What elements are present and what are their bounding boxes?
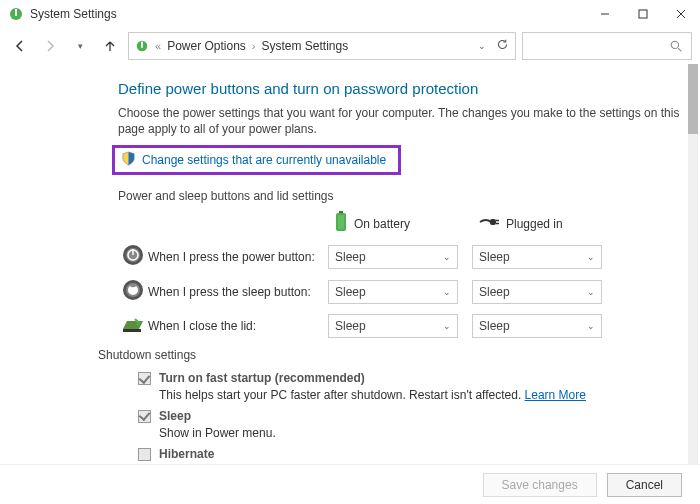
col-plugged-label: Plugged in	[506, 217, 563, 231]
page-subtext: Choose the power settings that you want …	[118, 105, 680, 137]
navbar: ▾ « Power Options › System Settings ⌄	[0, 28, 700, 64]
chevron-down-icon: ⌄	[443, 287, 451, 297]
breadcrumb-chevron-icon: ›	[252, 40, 256, 52]
shield-icon	[121, 151, 136, 169]
lid-icon	[121, 315, 145, 338]
titlebar: System Settings	[0, 0, 700, 28]
breadcrumb-level2[interactable]: System Settings	[262, 39, 349, 53]
breadcrumb-level1[interactable]: Power Options	[167, 39, 246, 53]
row-close-lid: When I close the lid: Sleep⌄ Sleep⌄	[118, 314, 680, 338]
power-button-plugged-select[interactable]: Sleep⌄	[472, 245, 602, 269]
back-button[interactable]	[8, 34, 32, 58]
sleep-button-plugged-select[interactable]: Sleep⌄	[472, 280, 602, 304]
svg-rect-13	[490, 219, 496, 225]
search-input[interactable]	[522, 32, 692, 60]
row-sleep-button: When I press the sleep button: Sleep⌄ Sl…	[118, 279, 680, 304]
fast-startup-desc: This helps start your PC faster after sh…	[159, 388, 525, 402]
svg-rect-1	[15, 9, 17, 16]
section-power-sleep-label: Power and sleep buttons and lid settings	[118, 189, 680, 203]
chevron-down-icon: ⌄	[443, 321, 451, 331]
shutdown-settings: Turn on fast startup (recommended) This …	[118, 370, 680, 479]
fast-startup-checkbox[interactable]	[138, 372, 151, 385]
forward-button[interactable]	[38, 34, 62, 58]
svg-rect-12	[338, 215, 344, 229]
change-settings-link[interactable]: Change settings that are currently unava…	[142, 153, 386, 167]
chevron-down-icon: ⌄	[587, 321, 595, 331]
up-button[interactable]	[98, 34, 122, 58]
page-title: Define power buttons and turn on passwor…	[118, 80, 680, 97]
sleep-button-battery-select[interactable]: Sleep⌄	[328, 280, 458, 304]
footer: Save changes Cancel	[0, 464, 700, 504]
breadcrumb-chevron-icon: «	[155, 40, 161, 52]
sleep-label: Sleep	[159, 409, 191, 423]
sleep-checkbox[interactable]	[138, 410, 151, 423]
svg-rect-7	[141, 42, 143, 48]
window-controls	[586, 0, 700, 28]
window-title: System Settings	[30, 7, 117, 21]
svg-rect-3	[639, 10, 647, 18]
shutdown-item-sleep: Sleep Show in Power menu.	[118, 408, 680, 442]
row-label: When I close the lid:	[148, 319, 328, 333]
plug-icon	[478, 215, 500, 232]
refresh-icon[interactable]	[496, 38, 509, 54]
battery-icon	[334, 211, 348, 236]
chevron-down-icon: ⌄	[587, 252, 595, 262]
close-button[interactable]	[662, 0, 700, 28]
change-settings-highlight: Change settings that are currently unava…	[112, 145, 401, 175]
power-button-icon	[122, 244, 144, 269]
section-shutdown-label: Shutdown settings	[98, 348, 680, 362]
sleep-button-icon	[122, 279, 144, 304]
row-label: When I press the power button:	[148, 250, 328, 264]
lid-plugged-select[interactable]: Sleep⌄	[472, 314, 602, 338]
scrollbar-thumb[interactable]	[688, 64, 698, 134]
sleep-desc: Show in Power menu.	[159, 426, 276, 440]
cancel-button[interactable]: Cancel	[607, 473, 682, 497]
address-icon	[135, 39, 149, 53]
learn-more-link[interactable]: Learn More	[525, 388, 586, 402]
lid-battery-select[interactable]: Sleep⌄	[328, 314, 458, 338]
fast-startup-label: Turn on fast startup (recommended)	[159, 371, 365, 385]
hibernate-checkbox[interactable]	[138, 448, 151, 461]
svg-line-9	[678, 48, 681, 51]
row-label: When I press the sleep button:	[148, 285, 328, 299]
col-battery-label: On battery	[354, 217, 410, 231]
search-icon	[670, 40, 683, 53]
content: Define power buttons and turn on passwor…	[0, 64, 700, 479]
maximize-button[interactable]	[624, 0, 662, 28]
address-bar[interactable]: « Power Options › System Settings ⌄	[128, 32, 516, 60]
shutdown-item-fast-startup: Turn on fast startup (recommended) This …	[118, 370, 680, 404]
chevron-down-icon: ⌄	[587, 287, 595, 297]
recent-dropdown[interactable]: ▾	[68, 34, 92, 58]
minimize-button[interactable]	[586, 0, 624, 28]
scrollbar[interactable]	[688, 64, 698, 464]
address-dropdown-icon[interactable]: ⌄	[478, 41, 486, 51]
row-power-button: When I press the power button: Sleep⌄ Sl…	[118, 244, 680, 269]
svg-point-8	[671, 41, 678, 48]
app-icon	[8, 6, 24, 22]
power-button-battery-select[interactable]: Sleep⌄	[328, 245, 458, 269]
hibernate-label: Hibernate	[159, 447, 214, 461]
save-button[interactable]: Save changes	[483, 473, 597, 497]
chevron-down-icon: ⌄	[443, 252, 451, 262]
column-headers: On battery Plugged in	[118, 211, 680, 236]
